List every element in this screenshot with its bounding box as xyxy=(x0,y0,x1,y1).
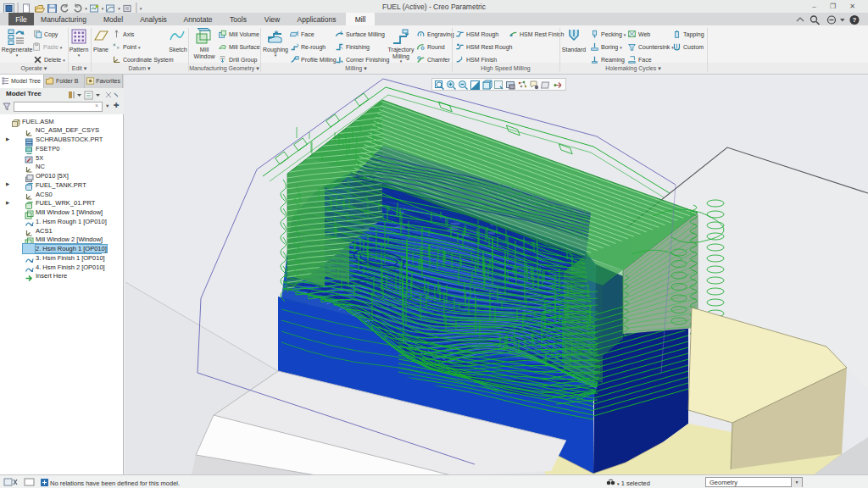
svg-text:?: ? xyxy=(853,16,857,24)
